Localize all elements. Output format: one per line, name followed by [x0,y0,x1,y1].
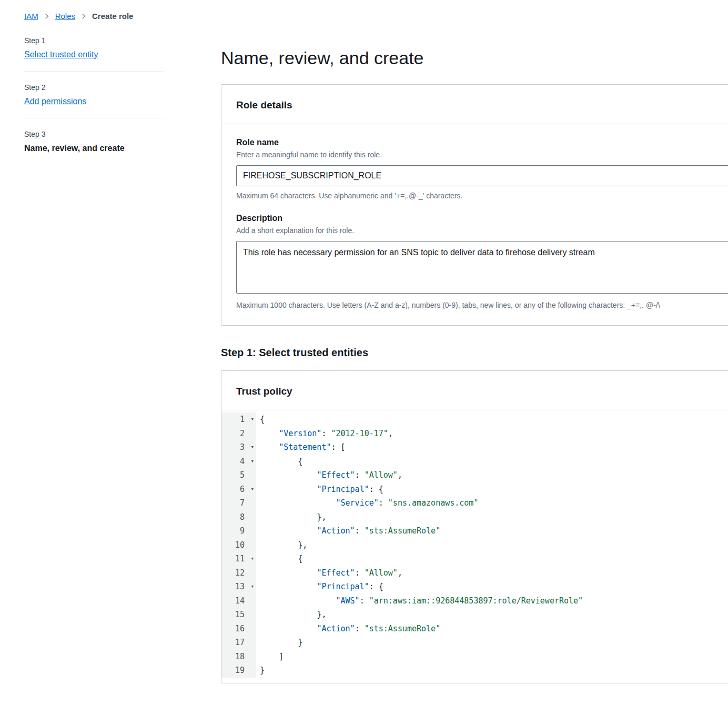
description-textarea[interactable]: This role has necessary permission for a… [236,241,728,294]
description-label: Description [236,214,728,223]
role-details-title: Role details [236,99,728,111]
trust-policy-title: Trust policy [236,386,728,397]
step-3-block: Step 3 Name, review, and create [24,130,164,165]
trust-policy-editor[interactable]: 1▾{2 "Version": "2012-10-17",3▾ "Stateme… [221,410,728,683]
line-number: 1▾ [221,412,256,427]
code-line: 4▾ { [221,455,728,469]
code-line: 18 ] [221,650,728,664]
line-number: 12 [221,566,256,580]
line-number: 14 [221,594,256,608]
line-number: 15 [221,608,256,622]
step-2-label: Step 2 [24,83,164,97]
line-number: 17 [221,636,256,650]
fold-arrow-icon[interactable]: ▾ [250,580,254,594]
line-number: 11▾ [221,552,256,566]
line-number: 8 [221,510,256,525]
steps-sidebar: Step 1 Select trusted entity Step 2 Add … [24,21,164,165]
code-text: "Effect": "Allow", [256,566,728,580]
step-2-block: Step 2 Add permissions [24,83,164,118]
breadcrumb-link-iam[interactable]: IAM [24,12,38,21]
line-number: 16 [221,622,256,636]
code-text: { [256,455,728,469]
code-text: "Principal": { [256,580,728,594]
line-number: 9 [221,524,256,538]
code-text: "Effect": "Allow", [256,468,728,482]
code-text: ] [256,650,728,664]
code-text: } [256,636,728,650]
line-number: 7 [221,496,256,510]
line-number: 19 [221,663,256,678]
sidebar-divider [24,71,164,72]
code-text: "Action": "sts:AssumeRole" [256,622,728,636]
sidebar-item-name-review-create: Name, review, and create [24,144,164,153]
sidebar-item-add-permissions[interactable]: Add permissions [24,97,86,106]
fold-arrow-icon[interactable]: ▾ [250,412,254,427]
fold-arrow-icon[interactable]: ▾ [250,552,254,566]
code-line: 1▾{ [221,412,728,427]
breadcrumb-link-roles[interactable]: Roles [55,12,75,21]
code-text: { [256,412,728,427]
line-number: 2 [221,427,256,441]
code-line: 19} [221,663,728,678]
code-text: } [256,663,728,678]
code-text: { [256,552,728,566]
role-details-card-body: Role name Enter a meaningful name to ide… [221,124,728,325]
line-number: 5 [221,468,256,482]
code-line: 6▾ "Principal": { [221,482,728,497]
breadcrumb: IAM Roles Create role [0,0,728,21]
sidebar-divider [24,118,164,118]
code-line: 14 "AWS": "arn:aws:iam::926844853897:rol… [221,594,728,608]
chevron-right-icon [80,13,87,19]
trust-policy-card-header: Trust policy [221,371,728,410]
trust-policy-card: Trust policy 1▾{2 "Version": "2012-10-17… [221,370,728,683]
page-title: Name, review, and create [221,48,728,68]
code-text: "Version": "2012-10-17", [256,427,728,441]
code-line: 10 }, [221,538,728,552]
code-text: "Principal": { [256,482,728,497]
code-text: }, [256,538,728,552]
code-text: }, [256,608,728,622]
code-line: 11▾ { [221,552,728,566]
code-line: 8 }, [221,510,728,525]
line-number: 3▾ [221,440,256,455]
code-text: "Statement": [ [256,440,728,455]
step-3-label: Step 3 [24,130,164,144]
breadcrumb-current-create-role: Create role [92,12,133,21]
code-line: 2 "Version": "2012-10-17", [221,427,728,441]
role-name-input[interactable] [236,165,728,186]
line-number: 13▾ [221,580,256,594]
line-number: 4▾ [221,455,256,469]
main-content: Name, review, and create Role details Ro… [221,21,728,705]
fold-arrow-icon[interactable]: ▾ [250,455,254,469]
code-line: 9 "Action": "sts:AssumeRole" [221,524,728,538]
role-details-card: Role details Role name Enter a meaningfu… [221,84,728,326]
code-text: "AWS": "arn:aws:iam::926844853897:role/R… [256,594,728,608]
line-number: 6▾ [221,482,256,497]
fold-arrow-icon[interactable]: ▾ [250,440,254,455]
code-text: }, [256,510,728,525]
code-text: "Service": "sns.amazonaws.com" [256,496,728,510]
step-1-label: Step 1 [24,36,164,50]
role-name-constraint: Maximum 64 characters. Use alphanumeric … [236,192,728,200]
code-line: 5 "Effect": "Allow", [221,468,728,482]
code-text: "Action": "sts:AssumeRole" [256,524,728,538]
step1-section-heading: Step 1: Select trusted entities [221,347,728,359]
chevron-right-icon [44,13,50,19]
description-field: Description Add a short explanation for … [236,214,728,309]
sidebar-item-select-trusted-entity[interactable]: Select trusted entity [24,50,98,59]
code-line: 15 }, [221,608,728,622]
role-name-help: Enter a meaningful name to identify this… [236,150,728,159]
code-line: 7 "Service": "sns.amazonaws.com" [221,496,728,510]
fold-arrow-icon[interactable]: ▾ [250,482,254,497]
code-line: 13▾ "Principal": { [221,580,728,594]
step-1-block: Step 1 Select trusted entity [24,36,164,71]
line-number: 10 [221,538,256,552]
code-line: 12 "Effect": "Allow", [221,566,728,580]
description-help: Add a short explanation for this role. [236,226,728,235]
role-details-card-header: Role details [221,85,728,124]
code-line: 16 "Action": "sts:AssumeRole" [221,622,728,636]
code-line: 3▾ "Statement": [ [221,440,728,455]
role-name-label: Role name [236,138,728,147]
code-line: 17 } [221,636,728,650]
description-constraint: Maximum 1000 characters. Use letters (A-… [236,301,728,309]
